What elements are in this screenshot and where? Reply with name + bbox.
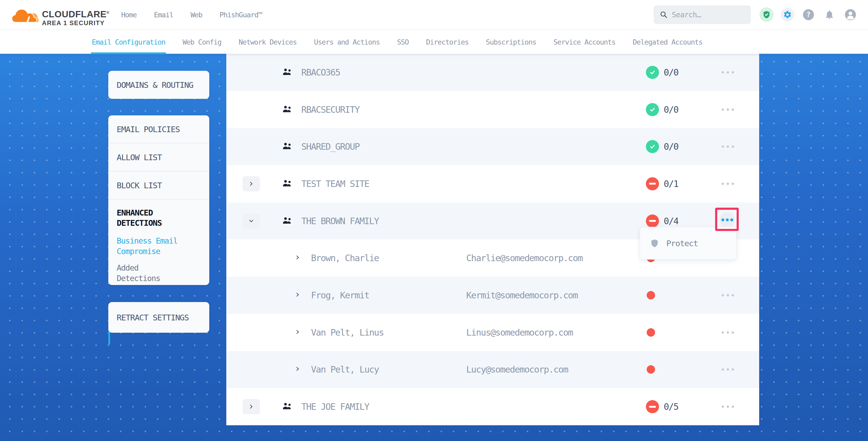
expand-button[interactable] xyxy=(243,176,260,191)
row-menu-button[interactable] xyxy=(720,406,735,408)
member-name: Van Pelt, Linus xyxy=(311,327,384,338)
row-menu-button[interactable] xyxy=(720,331,735,334)
status-blocked-dot xyxy=(647,291,655,300)
sidebar-enhanced-detections-section: ENHANCED DETECTIONS Business Email Compr… xyxy=(108,199,209,284)
settings-button[interactable] xyxy=(780,8,795,22)
search-bar[interactable] xyxy=(654,5,751,24)
status-blocked-icon xyxy=(646,177,659,190)
group-name: TEST TEAM SITE xyxy=(301,179,369,189)
status-ok-icon xyxy=(646,103,659,116)
sidebar-label: BLOCK LIST xyxy=(117,181,162,190)
tab-delegated-accounts[interactable]: Delegated Accounts xyxy=(633,30,703,54)
table-row-group: TEST TEAM SITE 0/1 xyxy=(226,165,759,202)
row-menu-button[interactable] xyxy=(720,294,735,296)
table-row-group: RBACSECURITY 0/0 xyxy=(226,91,759,128)
search-icon xyxy=(660,11,668,19)
member-count: 0/1 xyxy=(664,179,678,189)
topnav-home[interactable]: Home xyxy=(121,11,136,19)
expand-button[interactable] xyxy=(243,399,260,414)
registered-mark: ® xyxy=(106,10,110,15)
tab-sso[interactable]: SSO xyxy=(397,30,409,54)
svg-text:?: ? xyxy=(806,10,811,19)
shield-icon xyxy=(650,238,659,249)
member-count: 0/4 xyxy=(664,216,678,226)
table-row-group: THE JOE FAMILY 0/5 xyxy=(226,388,759,425)
row-menu-button[interactable] xyxy=(720,368,735,371)
tab-service-accounts[interactable]: Service Accounts xyxy=(554,30,616,54)
tab-email-configuration[interactable]: Email Configuration xyxy=(92,30,165,54)
group-name: THE JOE FAMILY xyxy=(301,401,369,412)
status-blocked-icon xyxy=(646,215,659,228)
status-blocked-icon xyxy=(646,400,659,413)
top-header-bar: CLOUDFLARE® AREA 1 SECURITY Home Email W… xyxy=(0,0,868,29)
sidebar-item-business-email-compromise[interactable]: Business Email Compromise xyxy=(117,236,182,257)
table-row-group: RBACO365 0/0 xyxy=(226,54,759,91)
help-button[interactable]: ? xyxy=(801,8,815,22)
group-icon xyxy=(282,217,292,225)
collapse-button[interactable] xyxy=(243,213,260,229)
tab-network-devices[interactable]: Network Devices xyxy=(239,30,297,54)
tab-web-config[interactable]: Web Config xyxy=(183,30,221,54)
member-email: Linus@somedemocorp.com xyxy=(466,327,573,338)
status-ok-icon xyxy=(646,140,659,153)
member-email: Charlie@somedemocorp.com xyxy=(466,253,582,263)
status-blocked-dot xyxy=(647,365,655,374)
chevron-right-icon[interactable] xyxy=(295,366,300,373)
row-menu-button[interactable] xyxy=(720,71,735,73)
search-input[interactable] xyxy=(672,10,745,19)
member-name: Van Pelt, Lucy xyxy=(311,364,379,375)
table-row-member: Van Pelt, Lucy Lucy@somedemocorp.com xyxy=(226,351,759,388)
sidebar-item-domains-routing[interactable]: DOMAINS & ROUTING xyxy=(108,71,209,99)
security-status-button[interactable] xyxy=(760,8,774,22)
cloudflare-cloud-icon xyxy=(10,3,40,24)
status-blocked-dot xyxy=(647,328,655,337)
chevron-right-icon[interactable] xyxy=(295,255,300,261)
sidebar-item-block-list[interactable]: BLOCK LIST xyxy=(108,171,209,199)
menu-item-protect[interactable]: Protect xyxy=(666,239,698,248)
row-menu-button[interactable] xyxy=(720,183,735,185)
tab-directories[interactable]: Directories xyxy=(426,30,468,54)
tab-users-and-actions[interactable]: Users and Actions xyxy=(314,30,380,54)
brand-text: CLOUDFLARE® AREA 1 SECURITY xyxy=(42,8,110,27)
member-email: Kermit@somedemocorp.com xyxy=(466,290,578,301)
config-tabs: Email Configuration Web Config Network D… xyxy=(92,30,702,54)
notifications-button[interactable] xyxy=(823,8,837,22)
tab-subscriptions[interactable]: Subscriptions xyxy=(486,30,536,54)
chevron-right-icon[interactable] xyxy=(295,329,300,336)
group-icon xyxy=(282,179,292,188)
row-menu-button[interactable] xyxy=(720,146,735,148)
topnav-web[interactable]: Web xyxy=(191,11,202,19)
member-name: Brown, Charlie xyxy=(311,253,379,263)
chevron-right-icon[interactable] xyxy=(295,292,300,298)
sidebar-item-allow-list[interactable]: ALLOW LIST xyxy=(108,144,209,171)
header-icon-group: ? xyxy=(760,8,858,22)
row-menu-button[interactable] xyxy=(720,108,735,111)
account-button[interactable] xyxy=(843,8,858,22)
sidebar-item-retract-settings[interactable]: RETRACT SETTINGS xyxy=(108,302,209,333)
help-icon: ? xyxy=(803,9,814,21)
topnav-phishguard[interactable]: PhishGuard™ xyxy=(219,11,262,19)
topnav-email[interactable]: Email xyxy=(154,11,173,19)
group-icon xyxy=(282,142,292,151)
cloudflare-logo[interactable]: CLOUDFLARE® AREA 1 SECURITY xyxy=(10,3,110,27)
group-name: THE BROWN FAMILY xyxy=(301,216,379,226)
chevron-right-icon xyxy=(248,181,254,187)
member-name: Frog, Kermit xyxy=(311,290,369,301)
brand-subtitle: AREA 1 SECURITY xyxy=(42,19,110,27)
sidebar-item-email-policies[interactable]: EMAIL POLICIES xyxy=(108,115,209,144)
secondary-nav-bar: Email Configuration Web Config Network D… xyxy=(0,29,868,54)
table-row-group: SHARED_GROUP 0/0 xyxy=(226,128,759,165)
sidebar-item-enhanced-detections[interactable]: ENHANCED DETECTIONS xyxy=(117,208,180,228)
sidebar-item-added-detections[interactable]: Added Detections xyxy=(117,263,182,284)
top-navigation: Home Email Web PhishGuard™ xyxy=(121,0,262,29)
group-icon xyxy=(282,68,292,77)
member-count: 0/5 xyxy=(664,401,678,412)
group-icon xyxy=(282,402,292,411)
status-ok-icon xyxy=(646,66,659,79)
brand-name: CLOUDFLARE® xyxy=(42,8,110,19)
chevron-down-icon xyxy=(248,218,254,224)
member-count: 0/0 xyxy=(664,67,678,77)
notifications-bell-icon xyxy=(824,9,835,20)
sidebar-label: DOMAINS & ROUTING xyxy=(117,80,193,90)
group-name: SHARED_GROUP xyxy=(301,141,360,152)
